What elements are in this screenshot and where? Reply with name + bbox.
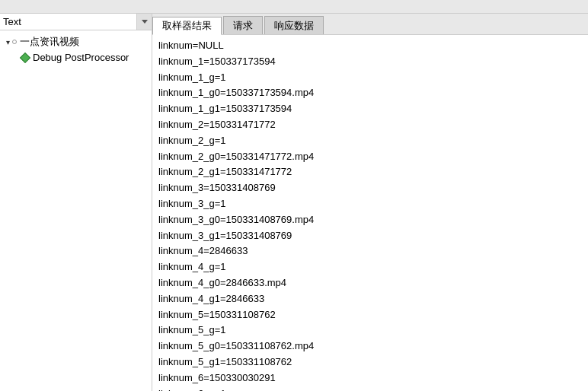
tree-expand-icon: ▾	[3, 38, 12, 46]
tab-response-data-label: 响应数据	[274, 19, 314, 33]
tab-request-label: 请求	[233, 19, 253, 33]
list-item: linknum_5_g=1	[158, 323, 582, 339]
list-item: linknum_2_g1=150331471772	[158, 164, 582, 180]
tab-content-area: linknum=NULLlinknum_1=150337173594linknu…	[152, 35, 588, 391]
tab-response-data[interactable]: 响应数据	[264, 16, 324, 34]
list-item: linknum_3_g1=150331408769	[158, 228, 582, 244]
tree-root-item[interactable]: ▾ 一点资讯视频	[0, 33, 152, 50]
tree-child-item-debug[interactable]: Debug PostProcessor	[18, 50, 152, 65]
list-item: linknum_4_g=1	[158, 259, 582, 275]
tree-child-label: Debug PostProcessor	[33, 52, 129, 63]
list-item: linknum_2_g0=150331471772.mp4	[158, 149, 582, 165]
list-item: linknum_1_g=1	[158, 70, 582, 86]
content-area: ▾ 一点资讯视频 Debug PostProcessor 取样器结果	[0, 14, 588, 391]
list-item: linknum_3=150331408769	[158, 180, 582, 196]
main-container: ▾ 一点资讯视频 Debug PostProcessor 取样器结果	[0, 0, 588, 391]
list-item: linknum_5_g1=150331108762	[158, 354, 582, 370]
tab-sampler-result[interactable]: 取样器结果	[152, 17, 222, 35]
tree-area: ▾ 一点资讯视频 Debug PostProcessor	[0, 30, 152, 391]
list-item: linknum=NULL	[158, 38, 582, 54]
list-item: linknum_1_g0=150337173594.mp4	[158, 85, 582, 101]
tree-children: Debug PostProcessor	[0, 50, 152, 65]
list-item: linknum_5_g0=150331108762.mp4	[158, 339, 582, 354]
list-item: linknum_4_g1=2846633	[158, 291, 582, 307]
chevron-down-icon	[142, 20, 148, 24]
list-item: linknum_4=2846633	[158, 243, 582, 259]
left-panel: ▾ 一点资讯视频 Debug PostProcessor	[0, 14, 152, 391]
list-item: linknum_6=150330030291	[158, 370, 582, 386]
list-item: linknum_2_g=1	[158, 133, 582, 149]
list-item: linknum_1_g1=150337173594	[158, 101, 582, 117]
search-bar	[0, 14, 152, 30]
tab-bar: 取样器结果 请求 响应数据	[152, 14, 588, 35]
tree-node-icon	[12, 40, 17, 44]
tab-request[interactable]: 请求	[223, 16, 263, 34]
right-panel: 取样器结果 请求 响应数据 linknum=NULLlinknum_1=1503…	[152, 14, 588, 391]
list-item: linknum_3_g0=150331408769.mp4	[158, 212, 582, 228]
tab-sampler-result-label: 取样器结果	[162, 19, 212, 33]
tree-root-label: 一点资讯视频	[20, 35, 79, 49]
search-dropdown-button[interactable]	[136, 14, 152, 30]
list-item: linknum_4_g0=2846633.mp4	[158, 275, 582, 291]
list-item: linknum_5=150331108762	[158, 307, 582, 323]
list-item: linknum_6_g=1	[158, 386, 582, 391]
debug-icon	[20, 52, 30, 62]
top-bar	[0, 0, 588, 14]
list-item: linknum_3_g=1	[158, 196, 582, 212]
search-input[interactable]	[0, 14, 136, 30]
list-item: linknum_1=150337173594	[158, 54, 582, 70]
list-item: linknum_2=150331471772	[158, 117, 582, 133]
